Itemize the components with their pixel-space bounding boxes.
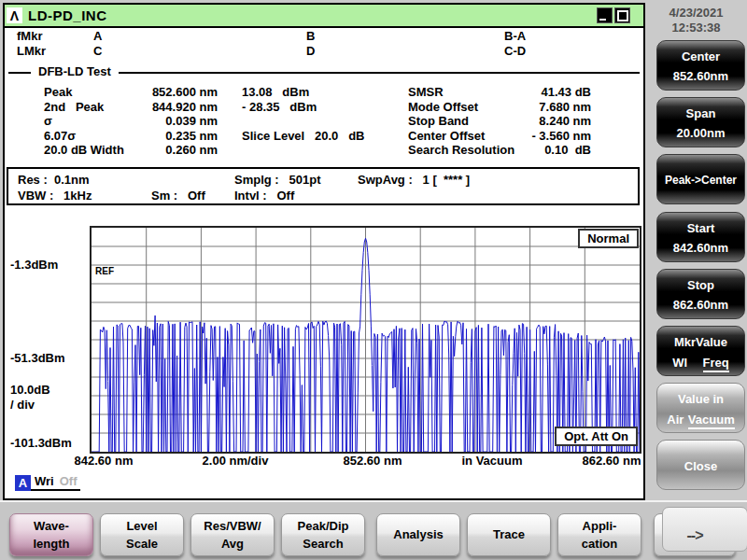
analysis-row-sigma: σ 0.039 nm	[44, 114, 380, 129]
row-value: 0.039 nm	[115, 114, 218, 128]
right-arrow-icon: -->	[655, 527, 735, 544]
row-value: 0.10 dB	[528, 143, 591, 158]
span-button[interactable]: Span 20.00nm	[656, 97, 745, 147]
analysis-row-20db-width: 20.0 dB Width 0.260 nm	[44, 143, 380, 158]
vbw-setting: VBW : 1kHz	[18, 189, 92, 203]
datetime-display: 4/23/2021 12:53:38	[645, 6, 747, 35]
fmkr-label: fMkr	[17, 29, 42, 43]
tab-trace[interactable]: Trace	[467, 513, 551, 556]
mkrvalue-option-wl: Wl	[672, 356, 687, 372]
analysis-left-column: Peak 852.600 nm 13.08 dBm 2nd Peak 844.9…	[44, 85, 380, 158]
fmkr-a: A	[93, 29, 102, 43]
y-axis-scale-per-div-2: / div	[10, 398, 35, 412]
tab-label: Appli-	[558, 519, 641, 533]
function-toolbar: Wave- length Level Scale Res/VBW/ Avg Pe…	[0, 500, 747, 560]
trace-mode-label: Normal	[578, 229, 639, 248]
x-axis-per-div: 2.00 nm/div	[203, 454, 269, 468]
softkey-label: Center	[657, 49, 744, 63]
anritsu-logo-icon: Λ	[7, 7, 22, 23]
softkey-sidebar: 4/23/2021 12:53:38 Center 852.60nm Span …	[645, 0, 747, 504]
mkrvalue-option-freq: Freq	[703, 356, 729, 372]
close-button[interactable]: Close	[656, 440, 745, 490]
tab-wavelength[interactable]: Wave- length	[9, 513, 93, 556]
tab-analysis[interactable]: Analysis	[376, 513, 460, 556]
titlebar: Λ LD-PD_INC	[5, 5, 643, 28]
tab-level-scale[interactable]: Level Scale	[100, 513, 184, 556]
softkey-label: Peak->Center	[657, 174, 744, 187]
sweep-settings-box: Res : 0.1nm Smplg : 501pt SwpAvg : 1 [ *…	[7, 167, 640, 205]
minimize-button[interactable]	[597, 7, 613, 23]
tab-res-vbw-avg[interactable]: Res/VBW/ Avg	[190, 513, 275, 556]
softkey-label: Stop	[657, 278, 744, 292]
tab-label: Search	[282, 537, 364, 551]
row-value: 7.680 nm	[528, 100, 591, 115]
row-value2: 13.08 dBm	[242, 85, 309, 99]
lmkr-label: LMkr	[17, 44, 46, 58]
stop-wavelength-button[interactable]: Stop 862.60nm	[656, 269, 745, 319]
lmkr-c-minus-d: C-D	[504, 44, 526, 58]
softkey-value: 842.60nm	[657, 241, 744, 255]
analysis-row-smsr: SMSR 41.43 dB	[408, 85, 591, 100]
tab-application[interactable]: Appli- cation	[557, 513, 641, 556]
analysis-row-6sigma: 6.07σ 0.235 nm Slice Level 20.0 dB	[44, 129, 380, 144]
fmkr-b-minus-a: B-A	[504, 29, 526, 43]
value-in-medium-toggle-button[interactable]: Value in Air Vacuum	[656, 383, 745, 433]
row-value: - 3.560 nm	[528, 129, 591, 144]
x-axis-center-value: 852.60 nm	[344, 454, 402, 468]
y-axis-scale-per-div: 10.0dB	[10, 383, 50, 397]
slice-level-value: Slice Level 20.0 dB	[242, 129, 365, 143]
maximize-icon	[617, 10, 628, 21]
x-axis-medium-label: in Vacuum	[461, 454, 522, 468]
row-label: 6.07σ	[44, 129, 76, 143]
analysis-right-column: SMSR 41.43 dB Mode Offset 7.680 nm Stop …	[408, 85, 591, 158]
res-setting: Res : 0.1nm	[18, 173, 90, 187]
osa-screen: Λ LD-PD_INC fMkr A B B-A LMkr C D C-D DF…	[0, 0, 747, 560]
swpavg-setting: SwpAvg : 1 [ **** ]	[358, 173, 470, 187]
y-axis-ref-value: -1.3dBm	[10, 258, 58, 272]
row-value: 8.240 nm	[528, 114, 591, 129]
softkey-value: 862.60nm	[657, 298, 744, 312]
smplg-setting: Smplg : 501pt	[234, 173, 320, 187]
row-value: 0.260 nm	[115, 143, 218, 157]
tab-label: Trace	[468, 527, 550, 541]
analysis-group-title: DFB-LD Test	[31, 64, 119, 78]
maximize-button[interactable]	[614, 7, 630, 23]
sm-setting: Sm : Off	[151, 189, 205, 203]
row-value2: - 28.35 dBm	[242, 100, 317, 114]
spectrum-plot-svg	[92, 228, 640, 452]
tab-peak-dip-search[interactable]: Peak/Dip Search	[281, 513, 365, 556]
more-functions-button[interactable]: -->	[654, 513, 736, 556]
intvl-setting: Intvl : Off	[234, 189, 294, 203]
center-wavelength-button[interactable]: Center 852.60nm	[656, 40, 745, 91]
analysis-row-center-offset: Center Offset - 3.560 nm	[408, 129, 591, 144]
tab-label: Wave-	[10, 519, 92, 533]
row-label: 2nd Peak	[44, 100, 104, 114]
x-axis-start-value: 842.60 nm	[75, 454, 134, 468]
minimize-icon	[599, 19, 606, 21]
row-label: Peak	[44, 85, 72, 99]
softkey-label: MkrValue	[657, 335, 744, 349]
tab-label: Scale	[101, 537, 183, 551]
fmkr-b: B	[306, 29, 315, 43]
row-value: 844.920 nm	[115, 100, 218, 114]
start-wavelength-button[interactable]: Start 842.60nm	[656, 212, 745, 262]
spectrum-plot: REF Normal Opt. Att On	[90, 226, 641, 454]
row-label: 20.0 dB Width	[44, 143, 124, 157]
analysis-row-search-resolution: Search Resolution 0.10 dB	[408, 143, 591, 158]
softkey-value: 852.60nm	[657, 69, 744, 83]
peak-to-center-button[interactable]: Peak->Center	[656, 154, 745, 204]
tab-label: cation	[558, 537, 641, 551]
tab-label: Peak/Dip	[282, 519, 364, 533]
softkey-label: Value in	[657, 392, 744, 406]
y-axis-bottom-value: -101.3dBm	[10, 436, 72, 450]
tab-label: Avg	[191, 537, 274, 551]
softkey-value: 20.00nm	[657, 126, 744, 140]
trace-mode-off: Off	[60, 474, 78, 488]
tab-label: Level	[101, 519, 183, 533]
softkey-label: Span	[657, 106, 744, 120]
trace-a-status[interactable]: A WriOff	[15, 474, 80, 491]
marker-value-toggle-button[interactable]: MkrValue Wl Freq	[656, 326, 745, 376]
analysis-row-peak: Peak 852.600 nm 13.08 dBm	[44, 85, 380, 100]
lmkr-c: C	[93, 44, 102, 58]
analysis-row-stop-band: Stop Band 8.240 nm	[408, 114, 591, 129]
